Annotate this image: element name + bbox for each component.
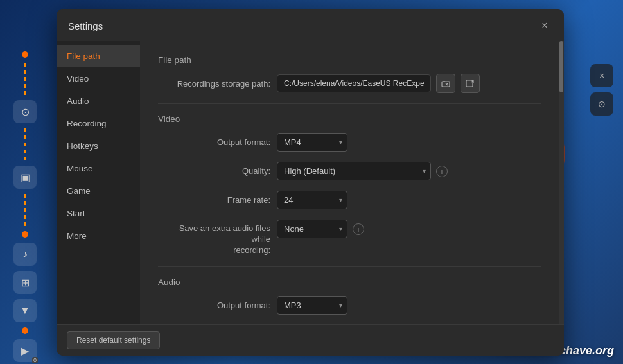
dashed-line-1: [24, 63, 26, 95]
audio-output-format-select[interactable]: MP3 AAC WAV FLAC: [277, 296, 347, 315]
sidebar-item-mouse[interactable]: Mouse: [57, 157, 140, 180]
svg-rect-1: [466, 80, 473, 87]
output-format-select[interactable]: MP4 AVI MOV MKV GIF: [277, 133, 347, 152]
sidebar-item-hotkeys[interactable]: Hotkeys: [57, 135, 140, 157]
output-format-control: MP4 AVI MOV MKV GIF ▾: [277, 133, 541, 152]
content-area: File path Recordings storage path:: [140, 41, 559, 324]
dialog-titlebar: Settings ×: [57, 9, 564, 41]
dot-top: [22, 51, 28, 58]
right-panel-camera-btn[interactable]: ⊙: [590, 92, 613, 116]
settings-dialog: Settings × File path Video Audio Recordi…: [57, 9, 564, 356]
extra-audio-select-wrap: None MP3 AAC WAV ▾: [277, 220, 347, 238]
quality-control: High (Default) Medium Low Lossless ▾ i: [277, 162, 541, 180]
audio-section-header: Audio: [158, 277, 541, 287]
frame-rate-select[interactable]: 24 25 30 60: [277, 191, 347, 209]
right-panel: × ⊙: [586, 64, 618, 116]
toolbar-icon-game[interactable]: ⊞: [13, 271, 37, 294]
dashed-line-2: [24, 128, 26, 160]
folder-btn[interactable]: [436, 74, 455, 93]
divider-1: [158, 103, 541, 104]
audio-output-format-label: Output format:: [158, 300, 270, 310]
dialog-footer: Reset default settings: [57, 324, 564, 356]
extra-audio-row: Save an extra audio files whilerecording…: [158, 220, 541, 256]
dialog-body: File path Video Audio Recording Hotkeys …: [57, 41, 564, 324]
sidebar-item-video[interactable]: Video: [57, 67, 140, 90]
side-toolbar: ⊙ ▣ ♪ ⊞ ▼ ▶ 0: [12, 51, 39, 362]
recordings-path-input[interactable]: [277, 74, 431, 92]
dialog-title: Settings: [68, 21, 103, 31]
extra-audio-select[interactable]: None MP3 AAC WAV: [277, 220, 347, 238]
frame-rate-label: Frame rate:: [158, 195, 270, 205]
svg-rect-0: [442, 82, 450, 87]
quality-info-icon[interactable]: i: [436, 166, 448, 177]
quality-select-wrap: High (Default) Medium Low Lossless ▾: [277, 162, 431, 180]
audio-output-format-control: MP3 AAC WAV FLAC ▾: [277, 296, 541, 315]
audio-output-format-row: Output format: MP3 AAC WAV FLAC ▾: [158, 296, 541, 315]
extra-audio-control: None MP3 AAC WAV ▾ i: [277, 220, 541, 238]
sidebar-item-file-path[interactable]: File path: [57, 45, 140, 67]
quality-label: Quality:: [158, 166, 270, 176]
dot-bottom: [22, 327, 28, 334]
audio-output-format-select-wrap: MP3 AAC WAV FLAC ▾: [277, 296, 347, 315]
toolbar-icon-more[interactable]: ▼: [13, 299, 37, 322]
file-path-section-header: File path: [158, 55, 541, 65]
reset-default-settings-btn[interactable]: Reset default settings: [67, 331, 160, 349]
output-format-row: Output format: MP4 AVI MOV MKV GIF ▾: [158, 133, 541, 152]
recordings-path-control: [277, 74, 541, 93]
output-format-select-wrap: MP4 AVI MOV MKV GIF ▾: [277, 133, 347, 152]
toolbar-icon-audio[interactable]: ♪: [13, 243, 37, 266]
open-btn[interactable]: [461, 74, 480, 93]
recordings-path-label: Recordings storage path:: [158, 79, 270, 89]
scroll-thumb[interactable]: [559, 41, 563, 92]
frame-rate-row: Frame rate: 24 25 30 60 ▾: [158, 191, 541, 209]
sidebar-item-start[interactable]: Start: [57, 202, 140, 225]
right-panel-close-btn[interactable]: ×: [590, 64, 613, 87]
sidebar-item-recording[interactable]: Recording: [57, 112, 140, 135]
extra-audio-info-icon[interactable]: i: [353, 223, 364, 235]
toolbar-icon-record[interactable]: ⊙: [13, 100, 37, 123]
toolbar-badge-num: 0: [32, 357, 38, 363]
frame-rate-select-wrap: 24 25 30 60 ▾: [277, 191, 347, 209]
output-format-label: Output format:: [158, 137, 270, 147]
recordings-path-row: Recordings storage path:: [158, 74, 541, 93]
dot-mid: [22, 231, 28, 238]
divider-2: [158, 266, 541, 267]
quality-row: Quality: High (Default) Medium Low Lossl…: [158, 162, 541, 180]
sidebar: File path Video Audio Recording Hotkeys …: [57, 41, 140, 324]
sidebar-item-more[interactable]: More: [57, 225, 140, 247]
quality-select[interactable]: High (Default) Medium Low Lossless: [277, 162, 431, 180]
sidebar-item-audio[interactable]: Audio: [57, 90, 140, 112]
scroll-track[interactable]: [559, 41, 564, 324]
toolbar-icon-screen[interactable]: ▣: [13, 166, 37, 189]
sidebar-item-game[interactable]: Game: [57, 180, 140, 202]
video-section-header: Video: [158, 114, 541, 124]
frame-rate-control: 24 25 30 60 ▾: [277, 191, 541, 209]
extra-audio-label: Save an extra audio files whilerecording…: [158, 220, 270, 256]
toolbar-icon-play[interactable]: ▶ 0: [13, 339, 37, 362]
dashed-line-3: [24, 194, 26, 226]
dialog-close-btn[interactable]: ×: [536, 17, 554, 35]
